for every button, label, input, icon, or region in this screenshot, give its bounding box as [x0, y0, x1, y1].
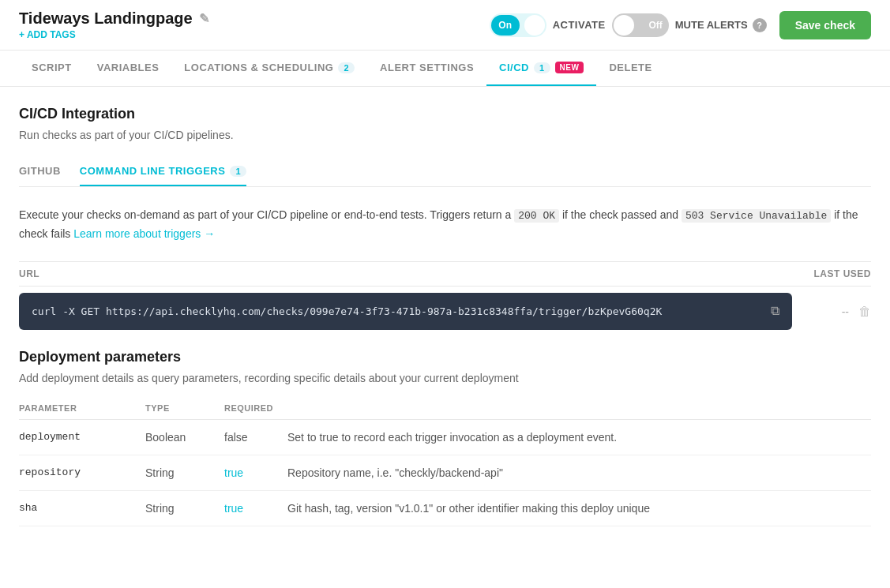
trigger-description: Execute your checks on-demand as part of… [19, 206, 871, 242]
title-area: Tideways Landingpage ✎ + ADD TAGS [19, 9, 209, 40]
param-required: true [224, 491, 287, 526]
nav-tabs: SCRIPT VARIABLES LOCATIONS & SCHEDULING … [0, 51, 890, 87]
copy-icon[interactable]: ⧉ [771, 304, 779, 319]
cicd-new-badge: NEW [555, 62, 584, 73]
toggle-off-label: Off [648, 20, 662, 31]
tab-delete[interactable]: DELETE [596, 51, 664, 86]
curl-command-row: curl -X GET https://api.checklyhq.com/ch… [19, 293, 871, 330]
param-name: sha [19, 491, 145, 526]
toggle-on-label: On [491, 15, 520, 36]
tab-variables[interactable]: VARIABLES [84, 51, 172, 86]
deployment-desc: Add deployment details as query paramete… [19, 372, 871, 384]
last-used-value: -- [802, 305, 849, 318]
tab-locations-scheduling[interactable]: LOCATIONS & SCHEDULING 2 [171, 51, 367, 86]
trigger-desc-text2: if the check passed and [559, 208, 682, 221]
page-title-text: Tideways Landingpage [19, 9, 193, 28]
activate-label: ACTIVATE [553, 19, 606, 31]
tab-alert-settings[interactable]: ALERT SETTINGS [367, 51, 486, 86]
tab-cicd[interactable]: CI/CD 1 NEW [486, 51, 596, 86]
last-used-col-label: LAST USED [813, 268, 871, 279]
locations-badge: 2 [338, 62, 355, 73]
table-row: deployment Boolean false Set to true to … [19, 420, 871, 455]
top-bar: Tideways Landingpage ✎ + ADD TAGS On ACT… [0, 0, 890, 51]
param-required: false [224, 420, 287, 455]
save-check-button[interactable]: Save check [779, 11, 871, 39]
required-col-header: REQUIRED [224, 397, 287, 420]
code-503: 503 Service Unavailable [682, 209, 831, 223]
toggle-ball [524, 15, 545, 36]
mute-alerts-group: MUTE ALERTS ? [675, 18, 767, 32]
table-row: repository String true Repository name, … [19, 455, 871, 491]
curl-command-text: curl -X GET https://api.checklyhq.com/ch… [32, 305, 662, 317]
activate-toggle-on[interactable]: On [490, 13, 546, 37]
table-row: sha String true Git hash, tag, version "… [19, 491, 871, 526]
sub-tab-github[interactable]: GITHUB [19, 157, 61, 186]
desc-col-header [287, 397, 871, 420]
delete-trigger-icon[interactable]: 🗑 [858, 305, 871, 319]
tab-script[interactable]: SCRIPT [19, 51, 84, 86]
param-type: Boolean [145, 420, 224, 455]
param-required: true [224, 455, 287, 491]
deployment-title: Deployment parameters [19, 349, 871, 365]
param-desc: Set to true to record each trigger invoc… [287, 420, 871, 455]
add-tags-button[interactable]: + ADD TAGS [19, 29, 209, 40]
param-col-header: PARAMETER [19, 397, 145, 420]
sub-tabs: GITHUB COMMAND LINE TRIGGERS 1 [19, 157, 871, 187]
learn-more-link[interactable]: Learn more about triggers → [73, 227, 215, 240]
param-type: String [145, 455, 224, 491]
type-col-header: TYPE [145, 397, 224, 420]
activate-group: On ACTIVATE Off MUTE ALERTS ? [490, 13, 767, 37]
page-title: Tideways Landingpage ✎ [19, 9, 209, 28]
curl-code-block: curl -X GET https://api.checklyhq.com/ch… [19, 293, 792, 330]
param-type: String [145, 491, 224, 526]
edit-icon[interactable]: ✎ [199, 11, 209, 26]
sub-tab-command-line-triggers[interactable]: COMMAND LINE TRIGGERS 1 [80, 157, 246, 186]
param-desc: Repository name, i.e. "checkly/backend-a… [287, 455, 871, 491]
mute-alerts-label[interactable]: MUTE ALERTS [675, 19, 748, 31]
params-table: PARAMETER TYPE REQUIRED deployment Boole… [19, 397, 871, 526]
main-content: CI/CD Integration Run checks as part of … [0, 87, 890, 545]
section-title: CI/CD Integration [19, 106, 871, 122]
code-200-ok: 200 OK [514, 209, 559, 223]
toggle-off-ball [614, 15, 634, 36]
param-name: deployment [19, 420, 145, 455]
mute-toggle-off[interactable]: Off [612, 13, 669, 37]
url-col-label: URL [19, 268, 39, 279]
section-desc: Run checks as part of your CI/CD pipelin… [19, 129, 871, 141]
help-icon[interactable]: ? [753, 18, 767, 32]
url-table-header: URL LAST USED [19, 261, 871, 287]
trigger-desc-text1: Execute your checks on-demand as part of… [19, 208, 514, 221]
sub-tab-triggers-badge: 1 [230, 166, 246, 177]
cicd-badge: 1 [534, 62, 550, 73]
param-desc: Git hash, tag, version "v1.0.1" or other… [287, 491, 871, 526]
param-name: repository [19, 455, 145, 491]
